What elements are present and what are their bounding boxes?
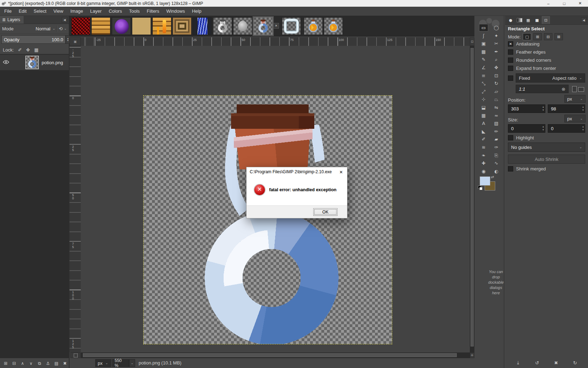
tool-rectangle-select[interactable]: ▭ bbox=[479, 24, 488, 31]
tool-unified-transform[interactable]: ⤡ bbox=[479, 80, 488, 87]
tool-scale[interactable]: ⤢ bbox=[479, 88, 488, 95]
menu-select[interactable]: Select bbox=[30, 7, 50, 16]
lock-position-icon[interactable]: ✥ bbox=[26, 47, 30, 53]
tool-fuzzy-select[interactable]: ✦ bbox=[492, 32, 501, 40]
save-tool-preset-button[interactable]: ⤓ bbox=[514, 359, 522, 366]
tool-measure[interactable]: ∠ bbox=[479, 64, 488, 71]
menu-windows[interactable]: Windows bbox=[163, 7, 188, 16]
guides-dropdown[interactable]: No guides⌄ bbox=[508, 143, 585, 152]
thumb-gray-blob[interactable] bbox=[233, 17, 252, 35]
auto-shrink-button[interactable]: Auto Shrink bbox=[508, 155, 585, 164]
tool-free-select[interactable]: ʃ bbox=[479, 32, 488, 40]
mode-intersect-button[interactable]: ⊠ bbox=[554, 33, 563, 40]
tool-color-picker[interactable]: ✎ bbox=[479, 56, 488, 63]
tool-cage-transform[interactable]: ▦ bbox=[479, 112, 488, 119]
lower-layer-button[interactable]: ∨ bbox=[27, 360, 35, 367]
thumb-purple-orb[interactable] bbox=[112, 17, 131, 35]
tool-ink[interactable]: ✑ bbox=[492, 144, 501, 151]
tool-flip[interactable]: ⇋ bbox=[492, 104, 501, 111]
size-width-field[interactable]: 0▲▼ bbox=[508, 124, 545, 133]
tab-patterns[interactable]: ▦ bbox=[524, 16, 532, 24]
tool-text[interactable]: A bbox=[479, 120, 488, 127]
menu-view[interactable]: View bbox=[50, 7, 67, 16]
tab-palettes[interactable]: ■ bbox=[533, 16, 541, 24]
tool-heal[interactable]: ✚ bbox=[479, 159, 488, 167]
new-layer-button[interactable]: ⊞ bbox=[2, 360, 10, 367]
thumb-potion-active[interactable] bbox=[254, 17, 273, 35]
restore-tool-preset-button[interactable]: ↺ bbox=[533, 359, 541, 366]
tool-eraser[interactable]: ▰ bbox=[492, 135, 501, 143]
tool-3d-transform[interactable]: ⬓ bbox=[479, 104, 488, 111]
tool-pencil[interactable]: ✏ bbox=[492, 128, 501, 135]
checkbox-expand-from-center[interactable]: Expand from center bbox=[508, 65, 556, 71]
new-group-button[interactable]: ⊟ bbox=[10, 360, 18, 367]
layer-visible-eye-icon[interactable] bbox=[0, 60, 12, 65]
default-colors-icon[interactable] bbox=[478, 186, 482, 190]
thumb-water-texture[interactable] bbox=[193, 17, 212, 35]
dialog-titlebar[interactable]: C:\Program Files\GIMP 2\bin\gimp-2.10.ex… bbox=[247, 167, 347, 176]
fixed-panel[interactable]: Fixed Aspect ratio ⌄ bbox=[516, 73, 585, 83]
tool-foreground-select[interactable]: ▩ bbox=[479, 48, 488, 55]
zoom-dropdown[interactable]: ⌄ bbox=[129, 359, 135, 367]
thumb-ice-frame[interactable] bbox=[282, 17, 301, 35]
highlight-checkbox-row[interactable]: Highlight bbox=[508, 135, 534, 141]
checkbox-antialiasing[interactable]: ✕Antialiasing bbox=[508, 41, 540, 47]
tool-rotate[interactable]: ↻ bbox=[492, 80, 501, 87]
layer-row[interactable]: potion.png bbox=[0, 55, 69, 70]
tool-mypaint-brush[interactable]: ❧ bbox=[479, 152, 488, 159]
menu-image[interactable]: Image bbox=[67, 7, 86, 16]
thumb-red-texture[interactable] bbox=[71, 17, 90, 35]
lock-alpha-icon[interactable]: ▦ bbox=[34, 47, 38, 53]
thumb-orange-potion-2[interactable] bbox=[324, 17, 343, 35]
tool-blur-sharpen[interactable]: ◉ bbox=[479, 168, 488, 175]
checkbox-rounded-corners[interactable]: Rounded corners bbox=[508, 57, 551, 63]
delete-layer-button[interactable]: ✖ bbox=[61, 360, 69, 367]
tab-brushes[interactable]: ● bbox=[507, 16, 515, 24]
tab-layers[interactable]: ≣ Layers bbox=[0, 16, 24, 24]
vertical-scrollbar[interactable] bbox=[470, 46, 474, 352]
tool-gradient[interactable]: ▧ bbox=[492, 120, 501, 127]
tool-ellipse-select[interactable]: ◯ bbox=[492, 24, 501, 31]
navigation-button[interactable]: ✛ bbox=[470, 352, 474, 358]
zoom-follow-window-button[interactable]: ⊡ bbox=[470, 37, 474, 46]
size-height-field[interactable]: 0▲▼ bbox=[548, 124, 585, 133]
dialog-close-icon[interactable]: ✕ bbox=[338, 169, 344, 175]
tool-align[interactable]: ≡ bbox=[479, 72, 488, 79]
thumb-planks-lava[interactable] bbox=[152, 17, 171, 35]
merge-layer-button[interactable]: ▤ bbox=[53, 360, 60, 367]
tool-paths[interactable]: ✒ bbox=[492, 48, 501, 55]
opacity-slider[interactable]: Opacity 100.0 ▲▼ bbox=[1, 35, 66, 44]
thumb-potion-ghost[interactable] bbox=[213, 17, 232, 35]
tool-move[interactable]: ✥ bbox=[492, 64, 501, 71]
size-unit-dropdown[interactable]: px⌄ bbox=[564, 115, 586, 122]
ruler-horizontal[interactable]: -250255075100125150 bbox=[81, 37, 470, 46]
zoom-level-field[interactable]: 550 % bbox=[112, 359, 129, 367]
position-y-field[interactable]: 98▲▼ bbox=[548, 104, 585, 113]
ok-button[interactable]: OK bbox=[313, 208, 338, 216]
duplicate-layer-button[interactable]: ⧉ bbox=[36, 360, 43, 367]
thumb-orange-potion-1[interactable] bbox=[304, 17, 323, 35]
position-unit-dropdown[interactable]: px⌄ bbox=[564, 95, 586, 103]
reset-tool-options-button[interactable]: ↻ bbox=[571, 359, 579, 366]
menu-layer[interactable]: Layer bbox=[87, 7, 105, 16]
anchor-layer-button[interactable]: ⚓ bbox=[44, 360, 52, 367]
menu-tools[interactable]: Tools bbox=[126, 7, 143, 16]
layer-mode-dropdown[interactable]: Normal ⌄ bbox=[36, 26, 55, 31]
vertical-scrollbar-thumb[interactable] bbox=[471, 48, 474, 346]
tool-warp-transform[interactable]: ≈ bbox=[492, 112, 501, 119]
horizontal-scrollbar[interactable] bbox=[81, 352, 470, 358]
portrait-icon[interactable] bbox=[572, 86, 577, 92]
tool-handle-transform[interactable]: ⊹ bbox=[479, 96, 488, 103]
delete-tool-preset-button[interactable]: ✖ bbox=[552, 359, 560, 366]
minimize-button[interactable]: – bbox=[540, 0, 556, 7]
fixed-checkbox[interactable] bbox=[508, 75, 513, 81]
tool-select-by-color[interactable]: ▣ bbox=[479, 40, 488, 47]
clear-input-icon[interactable]: ⊗ bbox=[562, 86, 565, 92]
menu-colors[interactable]: Colors bbox=[105, 7, 126, 16]
menu-help[interactable]: Help bbox=[188, 7, 205, 16]
menu-edit[interactable]: Edit bbox=[15, 7, 30, 16]
foreground-color-swatch[interactable] bbox=[480, 176, 490, 186]
tool-dodge-burn[interactable]: ◐ bbox=[492, 168, 501, 175]
chevron-down-icon[interactable]: ⌄ bbox=[64, 27, 67, 30]
tool-shear[interactable]: ▱ bbox=[492, 88, 501, 95]
